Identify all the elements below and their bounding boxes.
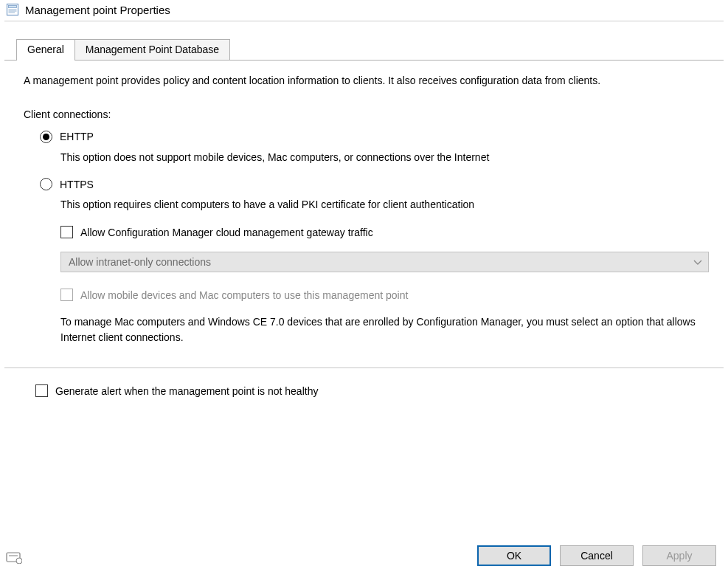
- checkbox-allow-mobile: Allow mobile devices and Mac computers t…: [60, 289, 709, 301]
- window-title: Management point Properties: [25, 4, 170, 16]
- option-https: HTTPS This option requires client comput…: [40, 178, 709, 345]
- checkbox-icon: [35, 384, 48, 397]
- checkbox-generate-alert[interactable]: Generate alert when the management point…: [35, 384, 709, 397]
- tab-management-point-database[interactable]: Management Point Database: [75, 39, 230, 60]
- button-label: OK: [507, 550, 521, 562]
- intro-text: A management point provides policy and c…: [24, 74, 709, 88]
- checkbox-label: Allow Configuration Manager cloud manage…: [80, 227, 373, 238]
- tab-general[interactable]: General: [16, 39, 75, 61]
- checkbox-label: Allow mobile devices and Mac computers t…: [80, 289, 408, 301]
- checkbox-allow-cmg[interactable]: Allow Configuration Manager cloud manage…: [60, 226, 709, 238]
- dialog-buttons: OK Cancel Apply: [477, 545, 725, 566]
- https-description: This option requires client computers to…: [60, 198, 709, 213]
- apply-button: Apply: [642, 545, 716, 566]
- cancel-button[interactable]: Cancel: [560, 545, 634, 566]
- separator: [4, 367, 724, 368]
- window-icon: [6, 3, 19, 16]
- svg-rect-1: [9, 6, 17, 8]
- radio-icon: [40, 178, 52, 190]
- radio-https[interactable]: HTTPS: [40, 178, 709, 190]
- tabs: General Management Point Database: [16, 39, 724, 60]
- client-connections-label: Client connections:: [24, 108, 709, 120]
- tab-label: Management Point Database: [86, 44, 219, 55]
- checkbox-label: Generate alert when the management point…: [55, 385, 318, 397]
- checkbox-icon: [60, 289, 73, 301]
- mac-windows-ce-note: To manage Mac computers and Windows CE 7…: [60, 314, 709, 345]
- tab-label: General: [27, 44, 64, 55]
- resize-grip-icon: [6, 551, 22, 566]
- ehttp-description: This option does not support mobile devi…: [60, 151, 709, 165]
- chevron-down-icon: [693, 256, 702, 268]
- dialog-body: General Management Point Database A mana…: [4, 21, 724, 473]
- button-label: Apply: [666, 550, 692, 562]
- radio-icon: [40, 131, 52, 143]
- radio-label: HTTPS: [60, 179, 94, 190]
- window-titlebar: Management point Properties: [0, 0, 728, 21]
- dropdown-value: Allow intranet-only connections: [69, 256, 211, 268]
- dropdown-connection-mode: Allow intranet-only connections: [60, 252, 709, 272]
- radio-ehttp[interactable]: EHTTP: [40, 131, 709, 143]
- radio-label: EHTTP: [60, 131, 94, 142]
- ok-button[interactable]: OK: [477, 545, 551, 566]
- checkbox-icon: [60, 226, 73, 238]
- button-label: Cancel: [580, 550, 613, 562]
- tab-panel-general: A management point provides policy and c…: [4, 60, 724, 473]
- https-nested-options: Allow Configuration Manager cloud manage…: [60, 226, 709, 345]
- svg-point-7: [16, 558, 22, 564]
- option-ehttp: EHTTP This option does not support mobil…: [40, 131, 709, 165]
